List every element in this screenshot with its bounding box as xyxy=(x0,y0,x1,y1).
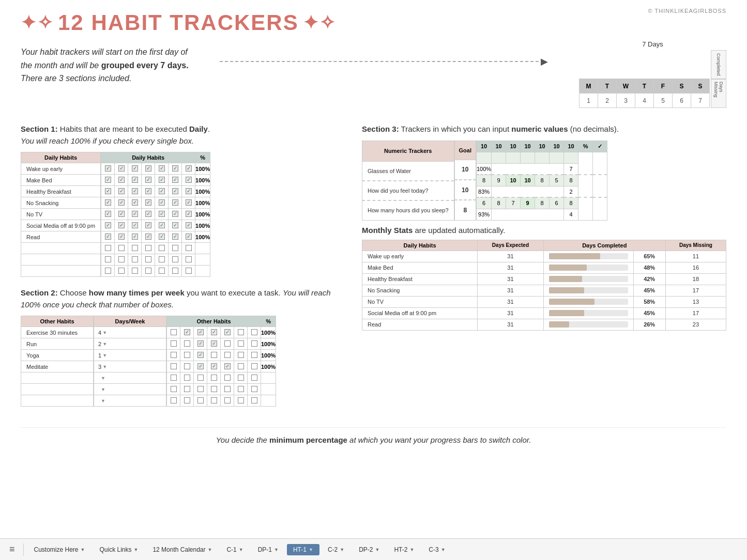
check-tv-7[interactable] xyxy=(182,209,195,220)
monthly-stats-table: Daily Habits Days Expected Days Complete… xyxy=(362,240,726,331)
check-tv-1[interactable] xyxy=(101,209,115,220)
feel-v7[interactable]: 8 xyxy=(564,175,578,186)
check-bf-4[interactable] xyxy=(142,186,155,197)
sleep-v1[interactable]: 6 xyxy=(476,197,491,209)
dw-e1[interactable]: ▼ xyxy=(94,372,166,384)
check-bed-6[interactable] xyxy=(169,175,182,186)
check-wake-5[interactable] xyxy=(155,163,169,175)
glass-v6[interactable] xyxy=(550,152,564,163)
other-habit-exercise: Exercise 30 minutes xyxy=(21,327,94,338)
check-read-1[interactable] xyxy=(101,231,115,243)
check-sm-7[interactable] xyxy=(182,220,195,231)
nav-tab-c-2[interactable]: C-2▼ xyxy=(322,544,350,555)
nav-tab-ht-1[interactable]: HT-1▼ xyxy=(287,544,319,555)
check-bf-5[interactable] xyxy=(155,186,169,197)
check-snack-2[interactable] xyxy=(115,197,128,209)
check-sm-5[interactable] xyxy=(155,220,169,231)
check-snack-5[interactable] xyxy=(155,197,169,209)
check-read-3[interactable] xyxy=(128,231,142,243)
check-tv-3[interactable] xyxy=(128,209,142,220)
check-tv-4[interactable] xyxy=(142,209,155,220)
check-sm-4[interactable] xyxy=(142,220,155,231)
feel-v4[interactable]: 10 xyxy=(521,175,535,186)
check-bf-1[interactable] xyxy=(101,186,115,197)
check-sm-2[interactable] xyxy=(115,220,128,231)
feel-v1[interactable]: 8 xyxy=(476,175,491,186)
check-read-4[interactable] xyxy=(142,231,155,243)
sleep-v5[interactable]: 8 xyxy=(535,197,550,209)
day-val-1: 1 xyxy=(580,94,598,108)
check-read-2[interactable] xyxy=(115,231,128,243)
check-snack-7[interactable] xyxy=(182,197,195,209)
check-sm-1[interactable] xyxy=(101,220,115,231)
glass-v2[interactable] xyxy=(492,152,506,163)
check-read-6[interactable] xyxy=(169,231,182,243)
check-wake-2[interactable] xyxy=(115,163,128,175)
check-sm-3[interactable] xyxy=(128,220,142,231)
feel-v6[interactable]: 5 xyxy=(550,175,564,186)
nav-tab-quick-links[interactable]: Quick Links▼ xyxy=(93,544,144,555)
check-wake-3[interactable] xyxy=(128,163,142,175)
check-snack-3[interactable] xyxy=(128,197,142,209)
check-read-5[interactable] xyxy=(155,231,169,243)
nav-tab-customize-here[interactable]: Customize Here▼ xyxy=(28,544,92,555)
check-bf-7[interactable] xyxy=(182,186,195,197)
check-bf-6[interactable] xyxy=(169,186,182,197)
check-bed-2[interactable] xyxy=(115,175,128,186)
check-bed-4[interactable] xyxy=(142,175,155,186)
bottom-note-text2: at which you want your progress bars to … xyxy=(349,435,531,444)
section2-header: Section 2: Choose how many times per wee… xyxy=(21,287,341,310)
glass-v7[interactable] xyxy=(564,152,578,163)
check-bed-1[interactable] xyxy=(101,175,115,186)
check-wake-1[interactable] xyxy=(101,163,115,175)
check-bed-5[interactable] xyxy=(155,175,169,186)
check-sm-6[interactable] xyxy=(169,220,182,231)
feel-v5[interactable]: 8 xyxy=(535,175,550,186)
nav-tab-dp-2[interactable]: DP-2▼ xyxy=(353,544,386,555)
glass-v5[interactable] xyxy=(535,152,550,163)
nav-tab-12-month-calendar[interactable]: 12 Month Calendar▼ xyxy=(146,544,218,555)
check-bed-7[interactable] xyxy=(182,175,195,186)
sleep-v6[interactable]: 6 xyxy=(550,197,564,209)
feel-v2[interactable]: 9 xyxy=(492,175,506,186)
sleep-v3[interactable]: 7 xyxy=(506,197,521,209)
check-read-7[interactable] xyxy=(182,231,195,243)
check-bf-3[interactable] xyxy=(128,186,142,197)
feel-v3[interactable]: 10 xyxy=(506,175,521,186)
nav-tab-dp-1[interactable]: DP-1▼ xyxy=(252,544,285,555)
empty-check-1[interactable] xyxy=(101,243,115,254)
check-bf-2[interactable] xyxy=(115,186,128,197)
glass-v1[interactable] xyxy=(476,152,491,163)
check-bed-3[interactable] xyxy=(128,175,142,186)
sleep-v4[interactable]: 9 xyxy=(521,197,535,209)
check-snack-1[interactable] xyxy=(101,197,115,209)
run-pct: 100% xyxy=(261,338,276,350)
hamburger-icon[interactable]: ≡ xyxy=(5,542,19,557)
check-wake-4[interactable] xyxy=(142,163,155,175)
dw-e2[interactable]: ▼ xyxy=(94,384,166,395)
intro-line2: the month and will be xyxy=(21,61,99,70)
day-header-s2: S xyxy=(691,79,710,94)
glass-v3[interactable] xyxy=(506,152,521,163)
glass-v4[interactable] xyxy=(521,152,535,163)
check-tv-5[interactable] xyxy=(155,209,169,220)
nav-tab-c-3[interactable]: C-3▼ xyxy=(422,544,451,555)
nav-tab-c-1[interactable]: C-1▼ xyxy=(220,544,249,555)
check-wake-6[interactable] xyxy=(169,163,182,175)
check-tv-2[interactable] xyxy=(115,209,128,220)
check-snack-4[interactable] xyxy=(142,197,155,209)
check-tv-6[interactable] xyxy=(169,209,182,220)
check-snack-6[interactable] xyxy=(169,197,182,209)
check-wake-7[interactable] xyxy=(182,163,195,175)
nav-tab-ht-2[interactable]: HT-2▼ xyxy=(388,544,420,555)
dotted-line xyxy=(220,61,539,62)
nav-tab-label: C-1 xyxy=(226,546,236,553)
dw-e3[interactable]: ▼ xyxy=(94,395,166,407)
sleep-v7[interactable]: 8 xyxy=(564,197,578,209)
section3-desc2: (no decimals). xyxy=(570,125,619,133)
section2-bold: how many times per week xyxy=(89,288,185,297)
section1-label: Section 1: xyxy=(21,125,58,133)
other-check-header: Other Habits xyxy=(167,316,261,327)
tv-pct: 100% xyxy=(195,209,210,220)
sleep-v2[interactable]: 8 xyxy=(492,197,506,209)
